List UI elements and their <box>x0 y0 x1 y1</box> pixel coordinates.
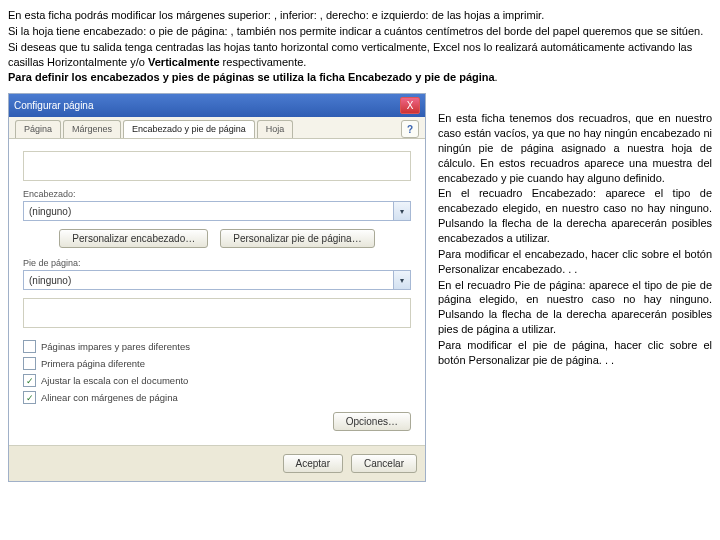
right-p5: Para modificar el pie de página, hacer c… <box>438 338 712 368</box>
tab-encabezado-pie[interactable]: Encabezado y pie de página <box>123 120 255 138</box>
chk-alinear-margenes[interactable]: ✓ Alinear con márgenes de página <box>23 391 411 404</box>
tab-margenes[interactable]: Márgenes <box>63 120 121 138</box>
footer-preview <box>23 298 411 328</box>
tab-strip: Página Márgenes Encabezado y pie de pági… <box>15 120 293 138</box>
intro-line-3: Si deseas que tu salida tenga centradas … <box>8 40 712 70</box>
opciones-button[interactable]: Opciones… <box>333 412 411 431</box>
chk-primera-pagina[interactable]: Primera página diferente <box>23 357 411 370</box>
right-p4: En el recuadro Pie de página: aparece el… <box>438 278 712 337</box>
encabezado-label: Encabezado: <box>23 189 411 199</box>
intro-line-4: Para definir los encabezados y pies de p… <box>8 70 712 85</box>
cancelar-button[interactable]: Cancelar <box>351 454 417 473</box>
pie-combo[interactable]: (ninguno) <box>23 270 411 290</box>
chevron-down-icon[interactable] <box>393 271 410 289</box>
checkbox-icon <box>23 357 36 370</box>
right-explanation: En esta ficha tenemos dos recuadros, que… <box>438 93 712 368</box>
personalizar-encabezado-button[interactable]: Personalizar encabezado… <box>59 229 208 248</box>
checkbox-icon: ✓ <box>23 391 36 404</box>
chevron-down-icon[interactable] <box>393 202 410 220</box>
personalizar-pie-button[interactable]: Personalizar pie de página… <box>220 229 374 248</box>
intro-block: En esta ficha podrás modificar los márge… <box>8 8 712 85</box>
dialog-titlebar: Configurar página X <box>9 94 425 117</box>
right-p1: En esta ficha tenemos dos recuadros, que… <box>438 111 712 185</box>
chk-ajustar-escala[interactable]: ✓ Ajustar la escala con el documento <box>23 374 411 387</box>
page-setup-dialog: Configurar página X Página Márgenes Enca… <box>8 93 426 482</box>
header-preview <box>23 151 411 181</box>
pie-label: Pie de página: <box>23 258 411 268</box>
right-p2: En el recuadro Encabezado: aparece el ti… <box>438 186 712 245</box>
intro-line-2: Si la hoja tiene encabezado: o pie de pá… <box>8 24 712 39</box>
right-p3: Para modificar el encabezado, hacer clic… <box>438 247 712 277</box>
help-icon[interactable]: ? <box>401 120 419 138</box>
chk-impares-pares[interactable]: Páginas impares y pares diferentes <box>23 340 411 353</box>
tab-pagina[interactable]: Página <box>15 120 61 138</box>
dialog-title: Configurar página <box>14 100 94 111</box>
checkbox-icon: ✓ <box>23 374 36 387</box>
close-icon[interactable]: X <box>400 97 420 114</box>
encabezado-combo[interactable]: (ninguno) <box>23 201 411 221</box>
tab-hoja[interactable]: Hoja <box>257 120 294 138</box>
checkbox-icon <box>23 340 36 353</box>
aceptar-button[interactable]: Aceptar <box>283 454 343 473</box>
intro-line-1: En esta ficha podrás modificar los márge… <box>8 8 712 23</box>
